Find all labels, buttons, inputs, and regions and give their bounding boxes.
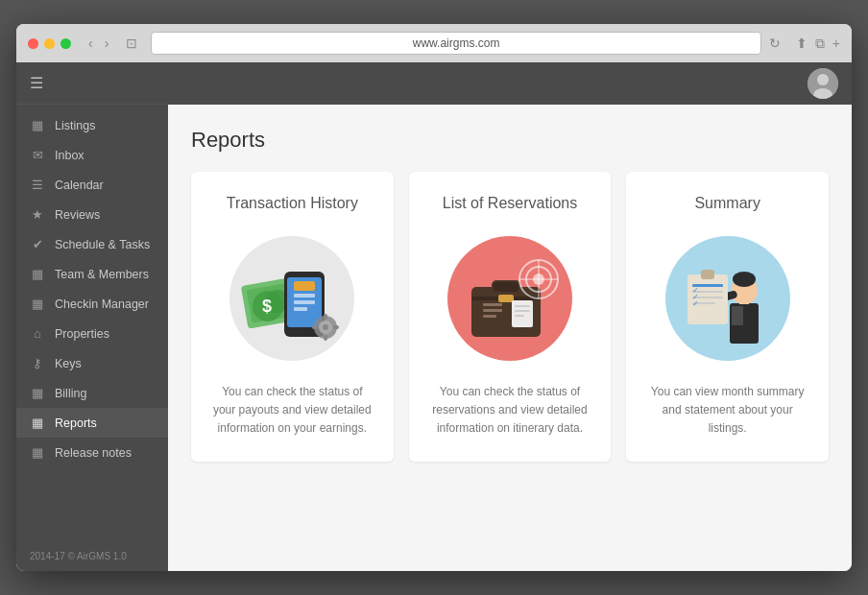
release-icon: ▦ — [30, 445, 45, 460]
sidebar-item-schedule[interactable]: ✔Schedule & Tasks — [16, 229, 168, 259]
sidebar-item-billing[interactable]: ▦Billing — [16, 378, 168, 408]
forward-button[interactable]: › — [101, 34, 113, 53]
svg-rect-11 — [294, 300, 315, 304]
nav-buttons: ‹ › — [84, 34, 112, 53]
sidebar-label-calendar: Calendar — [55, 178, 104, 192]
cards-grid: Transaction History — [191, 172, 829, 462]
sidebar-item-calendar[interactable]: ☰Calendar — [16, 170, 168, 200]
card-title-transaction: Transaction History — [227, 195, 358, 212]
svg-text:$: $ — [262, 297, 272, 316]
card-desc-summary: You can view month summary and statement… — [645, 383, 809, 439]
back-button[interactable]: ‹ — [84, 34, 97, 53]
sidebar-nav: ▦Listings✉Inbox☰Calendar★Reviews✔Schedul… — [16, 105, 168, 541]
sidebar-item-checkin[interactable]: ▦Checkin Manager — [16, 289, 168, 319]
card-title-summary: Summary — [694, 195, 760, 212]
sidebar-label-schedule: Schedule & Tasks — [55, 238, 150, 251]
sidebar-label-team: Team & Members — [55, 268, 149, 281]
sidebar-label-reports: Reports — [55, 416, 97, 430]
svg-rect-17 — [324, 335, 327, 341]
tabs-button[interactable]: ⧉ — [815, 36, 825, 52]
inbox-icon: ✉ — [30, 148, 45, 162]
checkin-icon: ▦ — [30, 297, 45, 311]
svg-rect-47 — [701, 270, 714, 279]
card-desc-reservations: You can check the status of reservations… — [428, 383, 592, 439]
sidebar-label-keys: Keys — [55, 357, 82, 370]
sidebar: ☰ ▦Listings✉Inbox☰Calendar★Reviews✔Sched… — [16, 62, 168, 571]
svg-rect-25 — [493, 281, 519, 293]
dot-red[interactable] — [28, 38, 38, 49]
reviews-icon: ★ — [30, 207, 45, 222]
sidebar-item-team[interactable]: ▦Team & Members — [16, 259, 168, 289]
svg-rect-31 — [515, 305, 530, 307]
svg-rect-12 — [294, 307, 307, 311]
sidebar-item-keys[interactable]: ⚷Keys — [16, 348, 168, 378]
card-illustration-summary: ✓ ✓ ✓ — [661, 231, 795, 366]
svg-rect-30 — [512, 300, 533, 327]
svg-rect-41 — [732, 306, 743, 325]
sidebar-item-properties[interactable]: ⌂Properties — [16, 319, 168, 348]
card-reservations[interactable]: List of Reservations — [409, 172, 612, 462]
sidebar-item-reports[interactable]: ▦Reports — [16, 408, 168, 438]
sidebar-label-billing: Billing — [55, 387, 86, 400]
svg-text:✓: ✓ — [692, 299, 699, 308]
svg-rect-28 — [483, 309, 502, 312]
card-transaction[interactable]: Transaction History — [191, 172, 394, 462]
new-tab-button[interactable]: + — [832, 36, 840, 52]
share-button[interactable]: ⬆ — [796, 36, 808, 52]
card-illustration-reservations — [443, 231, 577, 366]
sidebar-label-checkin: Checkin Manager — [55, 298, 149, 311]
main-content: Reports Transaction History — [168, 62, 852, 571]
svg-rect-16 — [324, 314, 327, 320]
sidebar-item-release[interactable]: ▦Release notes — [16, 438, 168, 467]
svg-rect-33 — [515, 315, 524, 317]
svg-point-1 — [817, 74, 829, 85]
svg-rect-27 — [483, 303, 502, 306]
sidebar-footer: 2014-17 © AirGMS 1.0 — [16, 541, 168, 571]
reports-icon: ▦ — [30, 416, 45, 430]
svg-rect-10 — [294, 294, 315, 298]
billing-icon: ▦ — [30, 386, 45, 400]
sidebar-label-listings: Listings — [55, 119, 95, 132]
sidebar-label-reviews: Reviews — [55, 208, 100, 222]
sidebar-item-inbox[interactable]: ✉Inbox — [16, 140, 168, 170]
svg-rect-32 — [515, 310, 530, 312]
card-desc-transaction: You can check the status of your payouts… — [210, 383, 374, 439]
listings-icon: ▦ — [30, 118, 45, 132]
sidebar-item-listings[interactable]: ▦Listings — [16, 110, 168, 140]
svg-rect-26 — [498, 295, 514, 302]
svg-rect-29 — [483, 315, 496, 318]
traffic-lights — [28, 38, 71, 49]
svg-rect-43 — [739, 297, 749, 304]
sidebar-item-reviews[interactable]: ★Reviews — [16, 200, 168, 229]
browser-window: ‹ › ⊡ www.airgms.com ↻ ⬆ ⧉ + ☰ ▦Listings… — [16, 24, 852, 571]
refresh-button[interactable]: ↻ — [769, 36, 781, 51]
dot-green[interactable] — [60, 38, 71, 49]
top-bar — [168, 62, 852, 105]
svg-point-44 — [733, 272, 756, 287]
address-bar[interactable]: www.airgms.com — [151, 32, 760, 55]
reader-button[interactable]: ⊡ — [120, 34, 143, 53]
svg-rect-19 — [333, 325, 339, 329]
team-icon: ▦ — [30, 267, 45, 281]
browser-actions: ⬆ ⧉ + — [796, 36, 840, 52]
keys-icon: ⚷ — [30, 356, 45, 370]
properties-icon: ⌂ — [30, 326, 45, 341]
sidebar-header: ☰ — [16, 62, 168, 105]
avatar[interactable] — [808, 68, 838, 99]
schedule-icon: ✔ — [30, 237, 45, 251]
app-container: ☰ ▦Listings✉Inbox☰Calendar★Reviews✔Sched… — [16, 62, 852, 571]
svg-rect-18 — [312, 325, 318, 329]
browser-chrome: ‹ › ⊡ www.airgms.com ↻ ⬆ ⧉ + — [16, 24, 852, 62]
svg-rect-9 — [294, 281, 315, 291]
dot-yellow[interactable] — [44, 38, 55, 49]
sidebar-label-inbox: Inbox — [55, 149, 84, 162]
sidebar-label-release: Release notes — [55, 446, 132, 460]
svg-point-15 — [323, 324, 328, 330]
card-title-reservations: List of Reservations — [443, 195, 578, 212]
card-illustration-transaction: $ — [225, 231, 359, 366]
content-area: Reports Transaction History — [168, 105, 852, 571]
hamburger-icon[interactable]: ☰ — [30, 74, 43, 92]
calendar-icon: ☰ — [30, 178, 45, 192]
page-title: Reports — [191, 128, 829, 153]
card-summary[interactable]: Summary ✓ — [626, 172, 829, 462]
